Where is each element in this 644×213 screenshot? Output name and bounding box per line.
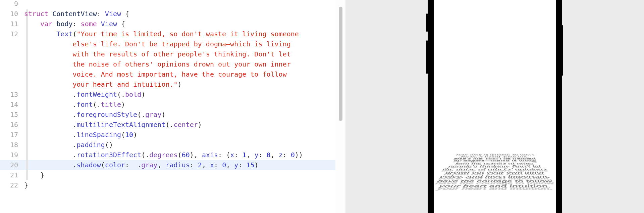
scrollbar-thumb[interactable] bbox=[339, 7, 342, 121]
preview-canvas[interactable]: Your time is limited, so don't waste it … bbox=[345, 0, 644, 213]
code-line-wrap[interactable]: else's life. Don't be trapped by dogma—w… bbox=[24, 39, 291, 49]
device-side-button bbox=[562, 25, 563, 76]
device-bezel bbox=[556, 0, 562, 213]
line-number: 9 bbox=[0, 0, 24, 9]
code-line[interactable]: .lineSpacing(10) bbox=[24, 130, 137, 140]
line-number: 12 bbox=[0, 29, 24, 39]
line-number: 21 bbox=[0, 170, 24, 180]
line-number: 13 bbox=[0, 89, 24, 99]
line-number: 22 bbox=[0, 180, 24, 190]
code-line[interactable]: } bbox=[24, 170, 44, 180]
code-line[interactable]: struct ContentView: View { bbox=[24, 9, 129, 19]
line-number: 16 bbox=[0, 120, 24, 130]
device-screen: Your time is limited, so don't waste it … bbox=[434, 0, 556, 213]
code-line[interactable]: .font(.title) bbox=[24, 99, 125, 110]
line-number: 18 bbox=[0, 140, 24, 150]
device-frame: Your time is limited, so don't waste it … bbox=[428, 0, 562, 213]
code-line-wrap[interactable]: voice. And most important, have the cour… bbox=[24, 69, 287, 79]
line-number: 14 bbox=[0, 99, 24, 110]
code-line[interactable]: .rotation3DEffect(.degrees(60), axis: (x… bbox=[24, 150, 303, 160]
editor-scrollbar[interactable] bbox=[335, 0, 345, 213]
line-number: 20 bbox=[0, 160, 24, 170]
preview-text: Your time is limited, so don't waste it … bbox=[434, 153, 556, 189]
device-bezel bbox=[428, 0, 434, 213]
line-number: 19 bbox=[0, 150, 24, 160]
line-number: 10 bbox=[0, 9, 24, 19]
code-line[interactable]: .multilineTextAlignment(.center) bbox=[24, 120, 202, 130]
code-line[interactable]: .fontWeight(.bold) bbox=[24, 89, 145, 99]
code-line[interactable]: .shadow(color: .gray, radius: 2, x: 0, y… bbox=[24, 160, 259, 170]
code-line[interactable]: } bbox=[24, 180, 28, 190]
code-line[interactable]: var body: some View { bbox=[24, 19, 125, 29]
code-line[interactable]: Text("Your time is limited, so don't was… bbox=[24, 29, 299, 39]
line-number: 11 bbox=[0, 19, 24, 29]
line-number: 17 bbox=[0, 130, 24, 140]
line-number: 15 bbox=[0, 110, 24, 120]
code-editor[interactable]: 910struct ContentView: View {11 var body… bbox=[0, 0, 335, 213]
code-line[interactable]: .padding() bbox=[24, 140, 113, 150]
code-line[interactable]: .foregroundStyle(.gray) bbox=[24, 110, 165, 120]
code-line-wrap[interactable]: your heart and intuition.") bbox=[24, 79, 182, 89]
code-line-wrap[interactable]: the noise of others' opinions drown out … bbox=[24, 59, 291, 69]
code-line-wrap[interactable]: with the results of other people's think… bbox=[24, 49, 291, 59]
